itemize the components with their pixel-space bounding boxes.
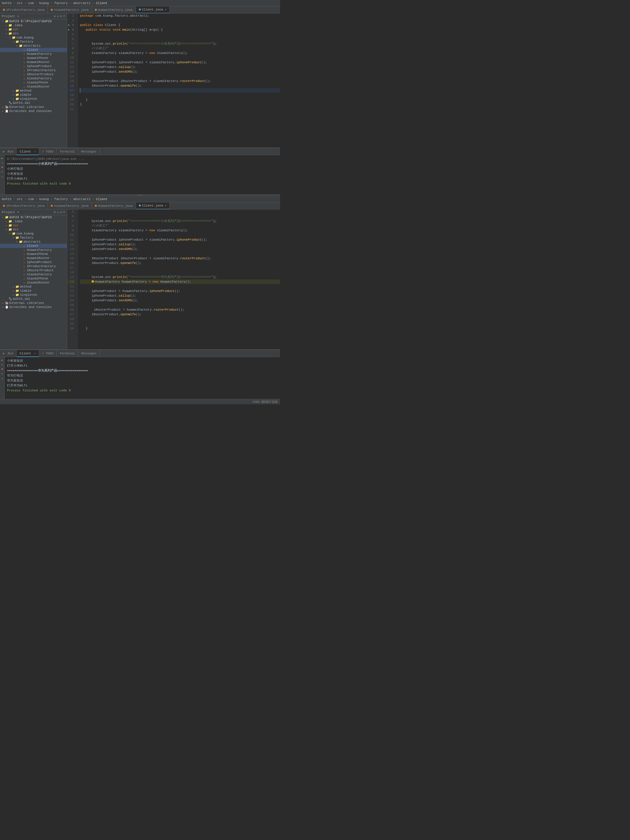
run-tab1-todo[interactable]: ✓ TODO (39, 148, 57, 155)
tab1-huaweifactory[interactable]: HuaweiFactory.java (92, 6, 136, 13)
sidebar1-icon-collapse[interactable]: ≡ (63, 14, 65, 18)
sidebar2-icon-collapse[interactable]: ≡ (63, 210, 65, 214)
tab2-xiaomifactory[interactable]: XiaomiFactory.java (48, 202, 92, 209)
tree2-singleton[interactable]: ▸ 📁 singleton (0, 293, 67, 297)
run2-close-icon[interactable]: ✕ (1, 377, 4, 381)
tree1-method[interactable]: ▸ 📁 method (0, 88, 67, 93)
tree2-huaweirouter[interactable]: ☕ HuaweiRouter (0, 256, 67, 260)
tab1-iproductfactory[interactable]: IProductFactory.java (0, 6, 48, 13)
run2-list-icon[interactable]: ≡ (1, 372, 4, 376)
run-tab1-run[interactable]: ▶ Run (0, 148, 17, 155)
ln15: 15 (67, 79, 76, 84)
tree1-xiaomiphone[interactable]: ☕ XiaomiPhone (0, 81, 67, 85)
run-tab2-todo[interactable]: ✓ TODO (39, 350, 57, 357)
tab2-huaweifactory[interactable]: HuaweiFactory.java (92, 202, 136, 209)
sidebar2-icon-settings[interactable]: ⚙ (60, 210, 62, 214)
sidebar1-icon-settings[interactable]: ⚙ (60, 14, 62, 18)
tree1-xiaomirouter[interactable]: ☕ XiaomiRouter (0, 85, 67, 88)
run-tab2-client[interactable]: Client ✕ (17, 350, 39, 357)
run2-stop-icon[interactable]: ■ (1, 368, 4, 371)
tree1-iphoneproduct[interactable]: ☕ IphoneProduct (0, 64, 67, 68)
tree2-gof23-label: GoF23 D:\Project\GoF23 (9, 216, 52, 219)
tree1-iproductfactory[interactable]: ☕ IProductFactory (0, 68, 67, 72)
run-play-icon[interactable]: ▶ (1, 156, 4, 160)
tree1-huaweiphone[interactable]: ☕ HuaweiPhone (0, 56, 67, 60)
tab2-client[interactable]: Client.java ✕ (136, 202, 170, 209)
run-tab1-terminal[interactable]: Terminal (57, 148, 78, 155)
tree1-iml[interactable]: 🔧 GoF23.iml (0, 101, 67, 105)
ln16: 16 (67, 84, 76, 88)
run-close-icon[interactable]: ✕ (1, 175, 4, 178)
tree2-comkuang[interactable]: ▾ 📁 com.kuang (0, 232, 67, 236)
tree1-singleton[interactable]: ▸ 📁 singleton (0, 97, 67, 101)
tree2-out[interactable]: ▸ 📁 out (0, 223, 67, 227)
run2-play-icon[interactable]: ▶ (1, 358, 4, 362)
run-tab1-messages[interactable]: Messages (78, 148, 100, 155)
tree2-scratches[interactable]: ▸ 📋 Scratches and Consoles (0, 305, 67, 309)
tree1-huaweirouter[interactable]: ☕ HuaweiRouter (0, 60, 67, 64)
java-file-icon: ☕ (22, 265, 26, 268)
tree1-huaweirouter-label: HuaweiRouter (27, 60, 50, 64)
tab-close[interactable]: ✕ (165, 204, 167, 207)
tree2-method[interactable]: ▸ 📁 method (0, 285, 67, 289)
tree2-extlibs[interactable]: ▸ 📚 External Libraries (0, 301, 67, 305)
run-content2: 小米发短信 打开小米Wifi ================华为系列产品===… (5, 357, 280, 399)
editor1[interactable]: 1 2 ▶ 3 ▶ 4 5 6 7 8 9 10 11 12 13 14 15 … (67, 13, 280, 148)
tree2-client[interactable]: ☕ Client (0, 244, 67, 248)
tree2-idea[interactable]: ▸ 📁 .idea (0, 219, 67, 223)
tree2-simple[interactable]: ▸ 📁 simple (0, 289, 67, 293)
tab-close[interactable]: ✕ (165, 8, 167, 11)
tree1-scratches[interactable]: ▸ 📋 Scratches and Consoles (0, 109, 67, 113)
tree2-irouterproduct[interactable]: ☕ IRouterProduct (0, 268, 67, 272)
code-lines1[interactable]: package com.kuang.factory.abstract1; pub… (77, 13, 280, 148)
ln3: ▶ 3 (67, 23, 76, 27)
tree1-factory[interactable]: ▾ 📁 factory (0, 39, 67, 44)
tree1-irouterproduct[interactable]: ☕ IRouterProduct (0, 72, 67, 76)
tree2-src[interactable]: ▾ 📁 src (0, 227, 67, 232)
tree2-abstract1[interactable]: ▾ 📁 abstract1 (0, 240, 67, 244)
tree1-simple[interactable]: ▸ 📁 simple (0, 93, 67, 97)
run-tab2-messages[interactable]: Messages (78, 350, 100, 357)
tree1-comkuang[interactable]: ▾ 📁 com.kuang (0, 36, 67, 39)
tree2-huaweiphone[interactable]: ☕ HuaweiPhone (0, 252, 67, 256)
tree2-gof23[interactable]: ▾ 📁 GoF23 D:\Project\GoF23 (0, 215, 67, 219)
tree2-iphoneproduct[interactable]: ☕ IphoneProduct (0, 260, 67, 264)
tree1-gof23[interactable]: ▾ 📁 GoF23 D:\Project\GoF23 (0, 19, 67, 23)
tree2-xiaomirouter[interactable]: ☕ XiaomiRouter (0, 281, 67, 285)
ln20: 20 (67, 102, 76, 107)
run-tab2-run[interactable]: ▶ Run (0, 350, 17, 357)
tree2-xiaomiphone[interactable]: ☕ XiaomiPhone (0, 276, 67, 281)
run2-rerun-icon[interactable]: ↺ (1, 363, 4, 366)
sidebar1-icon-add[interactable]: ⊕ (54, 14, 56, 18)
run-settings-icon[interactable]: ≡ (1, 171, 4, 174)
tree1-extlibs[interactable]: ▸ 📚 External Libraries (0, 105, 67, 109)
sidebar2-icon-sync[interactable]: ↻ (57, 210, 59, 214)
tree1-src[interactable]: ▾ 📁 src (0, 32, 67, 36)
run-stop-icon[interactable]: ■ (1, 166, 4, 169)
tree2-factory[interactable]: ▾ 📁 factory (0, 236, 67, 240)
run-tab1-client[interactable]: Client ✕ (17, 148, 39, 155)
editor2[interactable]: 5 6 7 8 9 10 11 12 13 14 15 16 17 18 19 … (67, 209, 280, 349)
sidebar1-icon-sync[interactable]: ↻ (57, 14, 59, 18)
tab1-xiaomifactory[interactable]: XiaomiFactory.java (48, 6, 92, 13)
tree2-xiaomifactory[interactable]: ☕ XiaomiFactory (0, 272, 67, 276)
tree1-huaweifactory[interactable]: ☕ HuaweiFactory (0, 52, 67, 56)
tree1-irouterproduct-label: IRouterProduct (27, 73, 54, 76)
tree1-abstract1[interactable]: ▾ 📁 abstract1 (0, 44, 67, 48)
run-rerun-icon[interactable]: ↺ (1, 161, 4, 164)
tree1-xiaomifactory[interactable]: ☕ XiaomiFactory (0, 76, 67, 81)
tab1-client[interactable]: Client.java ✕ (136, 6, 170, 13)
tree2-iproductfactory[interactable]: ☕ IProductFactory (0, 264, 67, 268)
tab2-iproductfactory[interactable]: IProductFactory.java (0, 202, 48, 209)
sidebar2-icon-add[interactable]: ⊕ (54, 210, 56, 214)
code-lines2[interactable]: System.out.println("================小米系列… (77, 209, 280, 349)
tree2-iml[interactable]: 🔧 GoF23.iml (0, 297, 67, 301)
tree2-huaweifactory[interactable]: ☕ HuaweiFactory (0, 248, 67, 252)
run-tab2-terminal[interactable]: Terminal (57, 350, 78, 357)
tree1-out[interactable]: ▸ 📁 out (0, 27, 67, 32)
tree1-idea[interactable]: ▸ 📁 .idea (0, 23, 67, 27)
tree1-client[interactable]: ☕ Client (0, 48, 67, 52)
run-tab-close[interactable]: ✕ (34, 352, 36, 355)
run-tab-close[interactable]: ✕ (34, 150, 36, 153)
code-line-4: public static void main(String[] args) { (80, 27, 280, 32)
